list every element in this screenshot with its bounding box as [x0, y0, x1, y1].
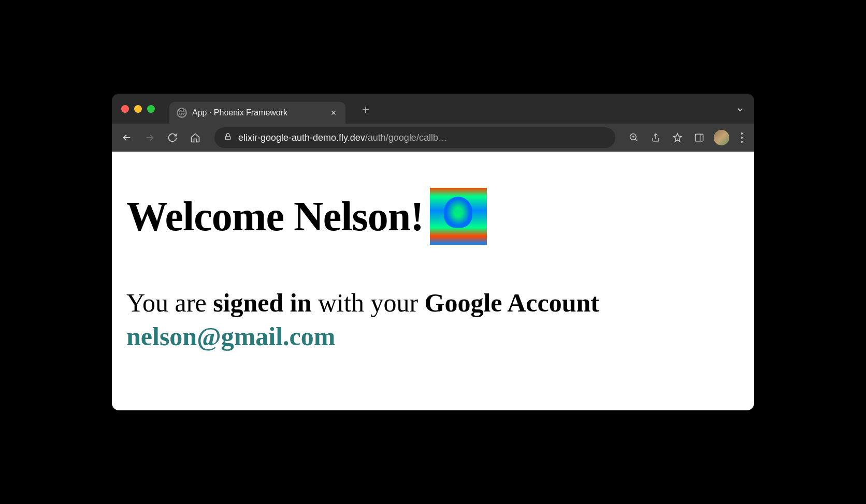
profile-avatar-button[interactable] [714, 130, 729, 145]
welcome-row: Welcome Nelson! [126, 188, 740, 245]
status-p1: You are [126, 288, 213, 317]
address-bar[interactable]: elixir-google-auth-demo.fly.dev/auth/goo… [214, 127, 615, 148]
welcome-prefix: Welcome [126, 194, 294, 239]
zoom-button[interactable] [627, 130, 641, 145]
welcome-suffix: ! [410, 194, 424, 239]
tab-title: App · Phoenix Framework [192, 108, 324, 117]
status-google-account: Google Account [425, 288, 599, 317]
maximize-window-button[interactable] [147, 105, 155, 113]
titlebar: App · Phoenix Framework [112, 94, 754, 124]
lock-icon [224, 132, 232, 143]
share-button[interactable] [648, 130, 663, 145]
window-controls [121, 105, 155, 113]
welcome-heading: Welcome Nelson! [126, 193, 424, 240]
minimize-window-button[interactable] [134, 105, 142, 113]
forward-button[interactable] [142, 130, 157, 145]
url-path: /auth/google/callb… [365, 132, 448, 143]
svg-rect-3 [696, 134, 703, 141]
close-tab-button[interactable] [329, 108, 338, 117]
tabs-dropdown-button[interactable] [735, 105, 745, 116]
user-name: Nelson [294, 194, 410, 239]
side-panel-button[interactable] [692, 130, 706, 145]
home-button[interactable] [187, 130, 203, 145]
bookmark-button[interactable] [670, 130, 685, 145]
globe-icon [177, 108, 187, 118]
new-tab-button[interactable] [361, 104, 370, 117]
status-signed-in: signed in [213, 288, 311, 317]
browser-window: App · Phoenix Framework [112, 94, 754, 410]
reload-button[interactable] [165, 130, 180, 145]
close-window-button[interactable] [121, 105, 129, 113]
user-email: nelson@gmail.com [126, 322, 335, 351]
browser-toolbar: elixir-google-auth-demo.fly.dev/auth/goo… [112, 124, 754, 152]
browser-tab[interactable]: App · Phoenix Framework [169, 102, 345, 124]
status-p3: with your [312, 288, 425, 317]
status-line: You are signed in with your Google Accou… [126, 286, 740, 353]
svg-rect-1 [225, 136, 230, 140]
url-host: elixir-google-auth-demo.fly.dev [238, 132, 365, 143]
user-avatar-image [430, 188, 487, 245]
back-button[interactable] [119, 130, 135, 145]
page-content: Welcome Nelson! You are signed in with y… [112, 152, 754, 410]
menu-button[interactable] [737, 132, 747, 143]
url-text: elixir-google-auth-demo.fly.dev/auth/goo… [238, 132, 606, 143]
